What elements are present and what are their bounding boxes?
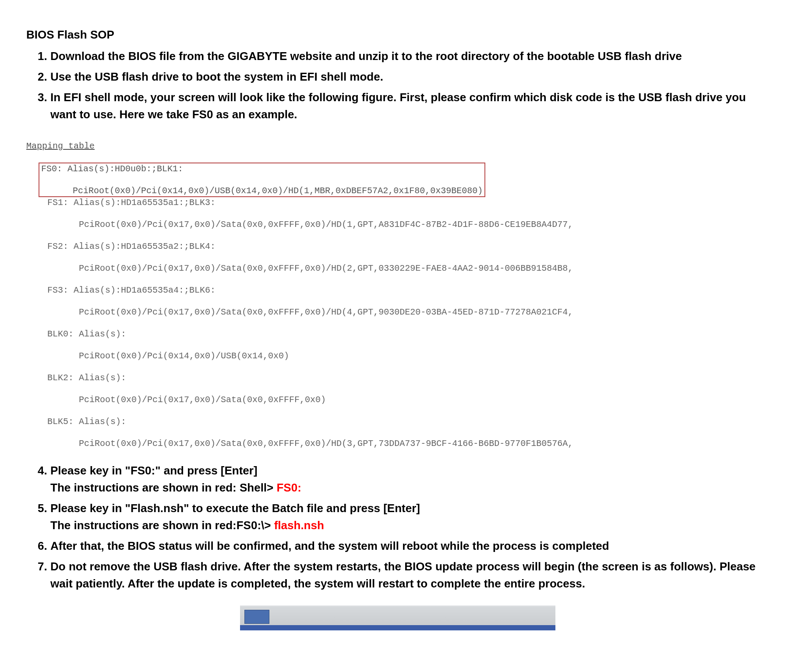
shell-line: BLK0: Alias(s): bbox=[26, 329, 126, 339]
step-2: Use the USB flash drive to boot the syst… bbox=[50, 68, 769, 85]
step-1: Download the BIOS file from the GIGABYTE… bbox=[50, 48, 769, 65]
step-5-prefix: The instructions are shown in red:FS0:\> bbox=[50, 519, 274, 532]
shell-line: FS0: Alias(s):HD0u0b:;BLK1: bbox=[41, 163, 483, 174]
step-6: After that, the BIOS status will be conf… bbox=[50, 538, 769, 555]
step-4: Please key in "FS0:" and press [Enter] T… bbox=[50, 462, 769, 496]
step-5: Please key in "Flash.nsh" to execute the… bbox=[50, 500, 769, 534]
page-title: BIOS Flash SOP bbox=[26, 26, 769, 43]
shell-line: PciRoot(0x0)/Pci(0x17,0x0)/Sata(0x0,0xFF… bbox=[26, 263, 573, 273]
step-5-red-command: flash.nsh bbox=[274, 519, 324, 532]
step-4-prefix: The instructions are shown in red: Shell… bbox=[50, 481, 276, 494]
step-4-line1: Please key in "FS0:" and press [Enter] bbox=[50, 462, 769, 479]
step-5-line1: Please key in "Flash.nsh" to execute the… bbox=[50, 500, 769, 517]
shell-line: PciRoot(0x0)/Pci(0x17,0x0)/Sata(0x0,0xFF… bbox=[26, 395, 326, 405]
shell-line: PciRoot(0x0)/Pci(0x17,0x0)/Sata(0x0,0xFF… bbox=[26, 219, 573, 230]
efi-shell-figure: Mapping table FS0: Alias(s):HD0u0b:;BLK1… bbox=[26, 130, 769, 449]
step-4-line2: The instructions are shown in red: Shell… bbox=[50, 479, 769, 496]
shell-line: BLK5: Alias(s): bbox=[26, 417, 126, 427]
step-7: Do not remove the USB flash drive. After… bbox=[50, 558, 769, 592]
shell-line: PciRoot(0x0)/Pci(0x17,0x0)/Sata(0x0,0xFF… bbox=[26, 307, 573, 317]
instruction-list-cont: Please key in "FS0:" and press [Enter] T… bbox=[26, 462, 769, 592]
instruction-list: Download the BIOS file from the GIGABYTE… bbox=[26, 48, 769, 123]
shell-line: FS2: Alias(s):HD1a65535a2:;BLK4: bbox=[26, 241, 216, 251]
step-3: In EFI shell mode, your screen will look… bbox=[50, 89, 769, 123]
shell-line: PciRoot(0x0)/Pci(0x17,0x0)/Sata(0x0,0xFF… bbox=[26, 439, 573, 449]
fs0-highlight-box: FS0: Alias(s):HD0u0b:;BLK1: PciRoot(0x0)… bbox=[39, 163, 485, 197]
step-4-red-command: FS0: bbox=[276, 481, 301, 494]
shell-line: FS3: Alias(s):HD1a65535a4:;BLK6: bbox=[26, 285, 216, 295]
shell-line: BLK2: Alias(s): bbox=[26, 373, 126, 383]
mapping-table-label: Mapping table bbox=[26, 141, 95, 151]
shell-line: FS1: Alias(s):HD1a65535a1:;BLK3: bbox=[26, 198, 216, 208]
shell-line: PciRoot(0x0)/Pci(0x14,0x0)/USB(0x14,0x0) bbox=[26, 351, 289, 361]
shell-line: PciRoot(0x0)/Pci(0x14,0x0)/USB(0x14,0x0)… bbox=[41, 185, 483, 196]
bios-update-screenshot bbox=[240, 605, 555, 630]
step-5-line2: The instructions are shown in red:FS0:\>… bbox=[50, 517, 769, 534]
